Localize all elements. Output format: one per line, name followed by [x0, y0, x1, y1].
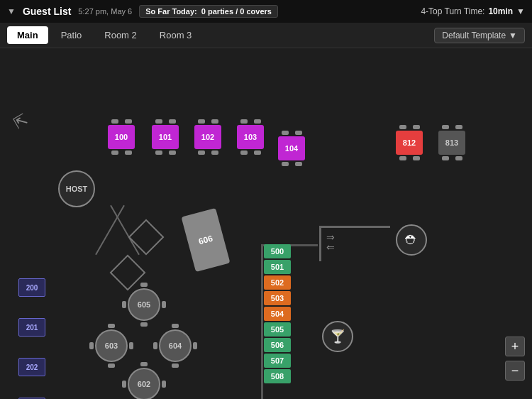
chair [162, 301, 166, 308]
table-812-wrapper: 812 [396, 125, 423, 160]
table-503[interactable]: 503 [264, 291, 291, 305]
table-102[interactable]: 102 [194, 125, 221, 149]
table-103-wrapper: 103 [237, 119, 264, 155]
chair [198, 151, 205, 155]
table-500[interactable]: 500 [264, 244, 291, 258]
chair [140, 362, 148, 366]
template-label: Default Template [442, 31, 506, 40]
chair [442, 125, 449, 129]
chair [211, 151, 218, 155]
entrance-arrow-1: ⇱ [11, 110, 31, 133]
tab-main[interactable]: Main [7, 26, 48, 44]
table-200[interactable]: 200 [18, 278, 45, 297]
chair [155, 151, 162, 155]
diamond-table-1[interactable] [128, 219, 165, 256]
chair [162, 381, 166, 388]
table-202[interactable]: 202 [18, 358, 45, 376]
table-101[interactable]: 101 [152, 125, 179, 149]
table-100[interactable]: 100 [108, 125, 135, 149]
chair [89, 342, 94, 349]
entrance-arrow-3: ⇐ [326, 241, 335, 253]
table-502[interactable]: 502 [264, 275, 291, 290]
zoom-in-button[interactable]: + [505, 337, 525, 356]
chair [122, 381, 126, 388]
table-101-wrapper: 101 [152, 119, 179, 155]
table-606-wrapper[interactable]: 606 [188, 212, 223, 268]
guest-list-chevron[interactable]: ▼ [7, 6, 16, 16]
template-dropdown[interactable]: Default Template ▼ [434, 28, 525, 43]
table-604-wrapper: 604 [159, 329, 192, 362]
turn-time-section: 4-Top Turn Time: 10min ▼ [421, 6, 525, 16]
table-508[interactable]: 508 [264, 369, 291, 383]
stats-label: So Far Today: [145, 7, 197, 16]
chair [140, 283, 148, 287]
table-104[interactable]: 104 [278, 136, 305, 160]
turn-time-value[interactable]: 10min [488, 6, 513, 16]
chair [129, 342, 133, 349]
table-507[interactable]: 507 [264, 354, 291, 368]
chair [399, 125, 406, 129]
chair [125, 151, 132, 155]
table-813-wrapper: 813 [438, 125, 465, 160]
table-501[interactable]: 501 [264, 260, 291, 274]
chair [193, 342, 197, 349]
chef-icon-circle: ⛑ [396, 224, 427, 256]
chair [282, 162, 289, 166]
chair [153, 342, 157, 349]
table-812[interactable]: 812 [396, 131, 423, 155]
chair [455, 156, 462, 160]
chair [254, 151, 261, 155]
chair [442, 156, 449, 160]
chair [240, 119, 248, 124]
chair [295, 162, 302, 166]
table-606[interactable]: 606 [181, 208, 230, 272]
chair [108, 364, 115, 368]
chair [198, 119, 205, 124]
cocktail-icon-circle: 🍸 [322, 321, 353, 352]
table-602-wrapper: 602 [128, 368, 160, 399]
chair [111, 151, 118, 155]
table-603-wrapper: 603 [95, 329, 128, 362]
bar-section: 500 501 502 503 504 505 506 507 508 [264, 244, 291, 383]
tab-room2[interactable]: Room 2 [94, 26, 147, 44]
template-chevron: ▼ [509, 31, 517, 40]
stats-parties-label: parties / [208, 7, 240, 16]
chair [111, 119, 118, 124]
chair [399, 156, 406, 160]
table-602[interactable]: 602 [128, 368, 160, 399]
table-201[interactable]: 201 [18, 318, 45, 337]
table-604[interactable]: 604 [159, 329, 192, 362]
table-103[interactable]: 103 [237, 125, 264, 149]
tab-patio[interactable]: Patio [51, 26, 92, 44]
table-506[interactable]: 506 [264, 338, 291, 352]
chair [282, 131, 289, 135]
stats-parties-value: 0 [201, 7, 206, 16]
host-marker: HOST [58, 170, 95, 207]
cocktail-icon: 🍸 [330, 329, 345, 344]
tab-room3[interactable]: Room 3 [150, 26, 202, 44]
stats-badge: So Far Today: 0 parties / 0 covers [139, 5, 278, 18]
top-bar: ▼ Guest List 5:27 pm, May 6 So Far Today… [0, 0, 532, 23]
turn-time-chevron[interactable]: ▼ [516, 6, 525, 16]
stats-covers-value: 0 [240, 7, 244, 16]
tab-bar: Main Patio Room 2 Room 3 Default Templat… [0, 23, 532, 48]
table-813[interactable]: 813 [438, 131, 465, 155]
table-504[interactable]: 504 [264, 307, 291, 321]
chair [172, 364, 179, 368]
zoom-out-button[interactable]: − [505, 361, 525, 381]
table-605[interactable]: 605 [128, 288, 160, 321]
chair [140, 322, 148, 327]
chair [455, 125, 462, 129]
floor-plan: ⇱ 100 101 102 [0, 48, 532, 399]
chair [413, 125, 420, 129]
table-603[interactable]: 603 [95, 329, 128, 362]
chair [169, 151, 176, 155]
table-102-wrapper: 102 [194, 119, 221, 155]
wall-top-right-v [319, 226, 321, 261]
chair [122, 301, 126, 308]
chair [169, 119, 176, 124]
chair [254, 119, 261, 124]
turn-time-label: 4-Top Turn Time: [421, 6, 484, 16]
bar-wall-v [261, 244, 263, 399]
table-505[interactable]: 505 [264, 322, 291, 337]
